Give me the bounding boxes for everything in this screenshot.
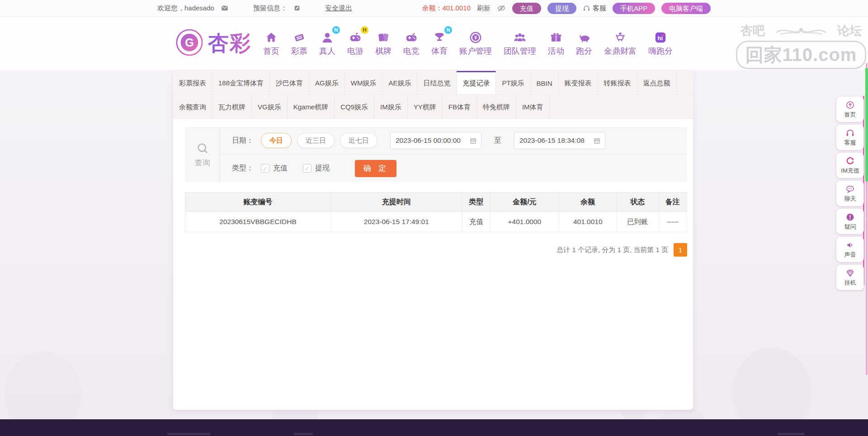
edit-pencil-icon[interactable]: [293, 5, 301, 12]
nav-item-promos[interactable]: 活动: [548, 29, 564, 56]
tab-pt[interactable]: PT娱乐: [496, 71, 530, 94]
tab-saba-sports[interactable]: 沙巴体育: [270, 71, 309, 94]
trophy-icon: N: [433, 29, 446, 44]
search-icon: [196, 141, 209, 155]
nav-item-paofen[interactable]: 跑分: [576, 29, 592, 56]
withdraw-button[interactable]: 提现: [547, 3, 576, 14]
tab-wm[interactable]: WM娱乐: [345, 71, 383, 94]
cell-change-id: 20230615VBBGECIDHB: [185, 212, 331, 232]
quick-date-7days[interactable]: 近七日: [340, 133, 377, 148]
sidebar-item-home[interactable]: 首页: [836, 97, 864, 122]
site-logo[interactable]: G 杏彩: [175, 28, 251, 58]
col-balance: 余额: [559, 192, 617, 212]
im-recharge-icon: [845, 156, 855, 166]
reserved-info-label: 预留信息：: [253, 4, 287, 13]
logout-link[interactable]: 安全退出: [325, 4, 352, 13]
nav-item-egames[interactable]: H 电游: [347, 29, 363, 56]
tab-188-sports[interactable]: 188金宝博体育: [212, 71, 270, 94]
nav-item-lottery[interactable]: 彩票: [291, 29, 307, 56]
checkbox-icon[interactable]: [303, 164, 311, 173]
tab-wali[interactable]: 瓦力棋牌: [212, 95, 252, 118]
nav-item-team[interactable]: 团队管理: [504, 29, 536, 56]
footer: [0, 419, 868, 436]
col-type: 类型: [462, 192, 490, 212]
sidebar-item-im-recharge[interactable]: IM充值: [836, 153, 864, 178]
nav-item-hipaofen[interactable]: hi 嗨跑分: [648, 29, 673, 56]
confirm-button[interactable]: 确 定: [355, 160, 396, 177]
tab-tetu[interactable]: 特兔棋牌: [477, 95, 516, 118]
brand-name: 杏彩: [208, 29, 251, 57]
refresh-link[interactable]: 刷新: [477, 4, 491, 13]
page-button-1[interactable]: 1: [674, 243, 687, 257]
headset-icon: [583, 5, 590, 12]
date-label: 日期：: [232, 136, 254, 145]
topbar: 欢迎您，hadesado 预留信息： 安全退出 余额：401.0010 刷新 充…: [0, 0, 868, 17]
footer-decoration: [294, 433, 313, 435]
sidebar-item-chat[interactable]: 聊天: [836, 181, 864, 206]
records-table: 账变编号 充提时间 类型 金额/元 余额 状态 备注 20230615VBBGE…: [185, 192, 687, 232]
tab-fb-sports[interactable]: FB体育: [443, 95, 477, 118]
watermark-top: 杏吧 论坛: [736, 23, 866, 39]
sidebar-item-question[interactable]: 疑问: [836, 209, 864, 234]
tab-balance-query[interactable]: 余额查询: [173, 95, 212, 118]
query-panel-label: 查询: [185, 127, 220, 182]
date-to-field[interactable]: [514, 132, 605, 149]
floating-sidebar: 首页 客服 IM充值 聊天 疑问 声音 挂机: [836, 97, 864, 290]
mobile-app-button[interactable]: 手机APP: [613, 3, 655, 14]
tab-im-games[interactable]: IM娱乐: [374, 95, 408, 118]
nav-item-account[interactable]: ¥ 账户管理: [459, 29, 492, 56]
nav-item-jinding[interactable]: 金鼎财富: [604, 29, 637, 56]
nav-item-boardgames[interactable]: 棋牌: [375, 29, 392, 56]
to-label: 至: [494, 136, 501, 145]
question-icon: [845, 212, 855, 222]
tab-ag[interactable]: AG娱乐: [309, 71, 345, 94]
tab-bbin[interactable]: BBIN: [531, 71, 559, 94]
nav-item-esports[interactable]: 电竞: [403, 29, 420, 56]
pagination: 总计 1 个记录, 分为 1 页, 当前第 1 页 1: [173, 243, 687, 257]
cards-icon: [377, 29, 390, 44]
tab-rebate-total[interactable]: 返点总额: [637, 71, 677, 94]
date-from-input[interactable]: [395, 136, 466, 145]
topbar-inner: 欢迎您，hadesado 预留信息： 安全退出 余额：401.0010 刷新 充…: [157, 0, 711, 16]
sidebar-item-sound[interactable]: 声音: [836, 237, 864, 262]
customer-service[interactable]: 客服: [583, 4, 606, 13]
calendar-icon[interactable]: [593, 137, 601, 145]
calendar-icon[interactable]: [469, 137, 477, 145]
tab-lottery-report[interactable]: 彩票报表: [173, 71, 212, 94]
sidebar-item-service[interactable]: 客服: [836, 125, 864, 150]
sidebar-item-hangup[interactable]: 挂机: [836, 265, 864, 290]
tab-cq9[interactable]: CQ9娱乐: [335, 95, 374, 118]
rhino-icon: [576, 29, 592, 44]
badge-n: N: [444, 26, 452, 34]
col-time: 充提时间: [330, 192, 462, 212]
tab-recharge-records[interactable]: 充提记录: [457, 71, 496, 94]
tab-ae[interactable]: AE娱乐: [382, 71, 417, 94]
recharge-button[interactable]: 充值: [512, 3, 541, 14]
hi-icon: hi: [654, 29, 667, 44]
col-change-id: 账变编号: [185, 192, 331, 212]
quick-date-3days[interactable]: 近三日: [297, 133, 335, 148]
checkbox-icon[interactable]: [261, 164, 269, 173]
tab-vg[interactable]: VG娱乐: [252, 95, 288, 118]
coin-icon: ¥: [469, 29, 482, 44]
date-to-input[interactable]: [519, 136, 590, 145]
tab-account-change-report[interactable]: 账变报表: [559, 71, 598, 94]
tab-transfer-report[interactable]: 转账报表: [598, 71, 637, 94]
quick-date-today[interactable]: 今日: [261, 133, 292, 148]
logo-emblem-icon: G: [175, 28, 203, 58]
nav-item-home[interactable]: 首页: [263, 29, 279, 56]
tab-kgame[interactable]: Kgame棋牌: [288, 95, 335, 118]
nav-item-live[interactable]: N 真人: [319, 29, 335, 56]
pc-client-button[interactable]: 电脑客户端: [661, 3, 711, 14]
date-from-field[interactable]: [390, 132, 481, 149]
tab-yy[interactable]: YY棋牌: [408, 95, 443, 118]
checkbox-recharge[interactable]: 充值: [261, 164, 288, 173]
eye-off-icon[interactable]: [497, 4, 506, 13]
tab-im-sports[interactable]: IM体育: [516, 95, 550, 118]
filter-rows: 日期： 今日 近三日 近七日 至 类型： 充值: [220, 127, 687, 182]
scrollbar-thumb[interactable]: [865, 68, 868, 182]
checkbox-withdraw[interactable]: 提现: [303, 164, 330, 173]
tab-daily-summary[interactable]: 日结总览: [417, 71, 457, 94]
type-label: 类型：: [232, 164, 254, 173]
nav-item-sports[interactable]: N 体育: [431, 29, 448, 56]
